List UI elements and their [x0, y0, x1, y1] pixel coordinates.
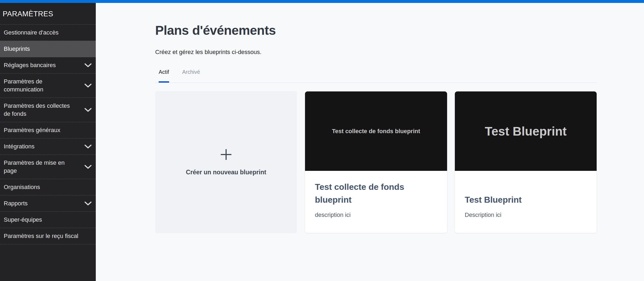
sidebar-item-label: Réglages bancaires	[4, 61, 71, 69]
blueprint-title: Test Blueprint	[465, 193, 587, 206]
sidebar-item-recu-fiscal[interactable]: Paramètres sur le reçu fiscal	[0, 228, 96, 244]
blueprint-card-test-collecte[interactable]: Test collecte de fonds blueprint Test co…	[305, 91, 447, 233]
sidebar-item-super-equipes[interactable]: Super-équipes	[0, 212, 96, 228]
sidebar-item-parametres-communication[interactable]: Paramètres de communication	[0, 74, 96, 98]
tab-bar: Actif Archivé	[159, 68, 200, 83]
chevron-down-icon	[85, 84, 92, 87]
chevron-down-icon	[85, 202, 92, 205]
sidebar-item-parametres-generaux[interactable]: Paramètres généraux	[0, 122, 96, 138]
sidebar-item-label: Paramètres des collectes de fonds	[4, 102, 71, 118]
chevron-down-icon	[85, 63, 92, 67]
blueprint-description: description ici	[315, 211, 437, 219]
blueprint-description: Description ici	[465, 211, 587, 219]
blueprint-card-grid: Créer un nouveau blueprint Test collecte…	[155, 91, 597, 233]
sidebar-item-organisations[interactable]: Organisations	[0, 179, 96, 195]
page-subtitle: Créez et gérez les blueprints ci-dessous…	[155, 48, 261, 56]
sidebar-item-gestionnaire-dacces[interactable]: Gestionnaire d'accès	[0, 25, 96, 41]
top-accent-bar	[0, 0, 644, 3]
settings-sidebar: PARAMÈTRES Gestionnaire d'accès Blueprin…	[0, 3, 96, 281]
blueprint-cover-text: Test collecte de fonds blueprint	[332, 128, 420, 135]
sidebar-item-label: Organisations	[4, 183, 92, 191]
sidebar-item-integrations[interactable]: Intégrations	[0, 138, 96, 155]
sidebar-title: PARAMÈTRES	[0, 3, 96, 25]
blueprint-cover-image: Test Blueprint	[455, 91, 597, 171]
tab-archive[interactable]: Archivé	[182, 68, 200, 83]
sidebar-item-label: Paramètres généraux	[4, 126, 92, 134]
tab-actif[interactable]: Actif	[159, 68, 169, 83]
blueprint-cover-image: Test collecte de fonds blueprint	[305, 91, 447, 171]
sidebar-item-label: Intégrations	[4, 143, 71, 151]
chevron-down-icon	[85, 145, 92, 148]
sidebar-item-label: Paramètres de mise en page	[4, 159, 71, 175]
sidebar-item-rapports[interactable]: Rapports	[0, 195, 96, 212]
sidebar-item-label: Super-équipes	[4, 216, 92, 224]
page-title: Plans d'événements	[155, 23, 276, 38]
create-blueprint-label: Créer un nouveau blueprint	[186, 169, 266, 176]
blueprint-cover-text: Test Blueprint	[485, 124, 567, 138]
blueprint-card-test-blueprint[interactable]: Test Blueprint Test Blueprint Descriptio…	[455, 91, 597, 233]
chevron-down-icon	[85, 165, 92, 169]
sidebar-item-mise-en-page[interactable]: Paramètres de mise en page	[0, 155, 96, 179]
sidebar-item-label: Blueprints	[4, 45, 92, 53]
sidebar-item-reglages-bancaires[interactable]: Réglages bancaires	[0, 57, 96, 74]
chevron-down-icon	[85, 108, 92, 112]
sidebar-item-label: Paramètres sur le reçu fiscal	[4, 232, 92, 240]
blueprint-title: Test collecte de fonds blueprint	[315, 180, 437, 206]
create-blueprint-card[interactable]: Créer un nouveau blueprint	[155, 91, 297, 233]
sidebar-item-label: Rapports	[4, 199, 71, 207]
blueprint-card-body: Test Blueprint Description ici	[455, 171, 597, 233]
sidebar-item-label: Gestionnaire d'accès	[4, 29, 92, 37]
sidebar-item-blueprints[interactable]: Blueprints	[0, 41, 96, 57]
sidebar-item-label: Paramètres de communication	[4, 78, 71, 94]
sidebar-item-parametres-collectes[interactable]: Paramètres des collectes de fonds	[0, 98, 96, 122]
blueprint-card-body: Test collecte de fonds blueprint descrip…	[305, 171, 447, 233]
plus-icon	[220, 148, 232, 161]
tab-divider	[155, 83, 597, 83]
